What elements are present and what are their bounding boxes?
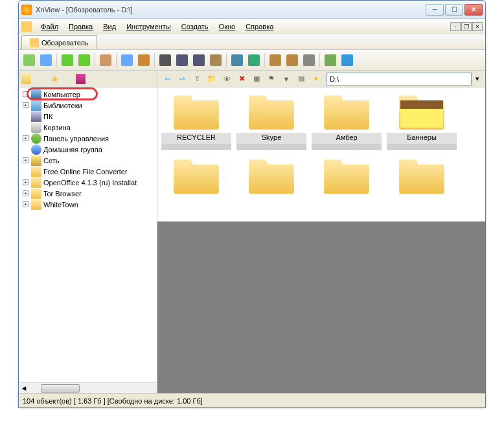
- folder-item[interactable]: [161, 155, 231, 197]
- info-button[interactable]: [339, 52, 355, 68]
- tree-tab-folders-icon[interactable]: [21, 73, 33, 85]
- menu-create[interactable]: Создать: [176, 21, 214, 32]
- minimize-button[interactable]: ─: [426, 4, 444, 16]
- tree-tab-categories-icon[interactable]: [76, 73, 87, 85]
- acquire-button[interactable]: [119, 52, 135, 68]
- folder-label: Баннеры: [387, 133, 457, 144]
- export-button[interactable]: [136, 52, 152, 68]
- reload-sub-button[interactable]: [76, 52, 92, 68]
- convert-icon: [100, 54, 111, 66]
- print-multi-button[interactable]: [191, 52, 207, 68]
- menu-window[interactable]: Окно: [214, 21, 241, 32]
- nav-delete-button[interactable]: ✖: [235, 73, 249, 86]
- tree-tab-favorites-icon[interactable]: ★: [49, 73, 60, 85]
- menu-tools[interactable]: Инструменты: [121, 21, 176, 32]
- scrollbar-thumb[interactable]: [41, 384, 80, 393]
- hex-icon: [303, 54, 315, 66]
- path-input[interactable]: D:\: [326, 73, 472, 86]
- nav-favorites-button[interactable]: ★: [309, 73, 323, 86]
- tree-expander[interactable]: +: [23, 102, 29, 108]
- folder-item[interactable]: Амбер: [312, 91, 382, 150]
- camera-button[interactable]: [229, 52, 245, 68]
- tree-item[interactable]: +Сеть: [19, 155, 157, 166]
- folder-item[interactable]: RECYCLER: [161, 91, 231, 150]
- folder-icon: [321, 155, 372, 196]
- reload-icon: [62, 54, 73, 66]
- tree-expander: [23, 124, 29, 130]
- menu-help[interactable]: Справка: [240, 21, 279, 32]
- hex-button[interactable]: [301, 52, 317, 68]
- clipboard-button[interactable]: [268, 52, 283, 68]
- tree-node-icon: [31, 177, 41, 188]
- nav-back-button[interactable]: ⇦: [160, 73, 174, 86]
- close-button[interactable]: ✕: [464, 4, 483, 16]
- tree-expander[interactable]: +: [23, 201, 29, 207]
- nav-layout-button[interactable]: ▤: [294, 73, 308, 86]
- nav-new-folder-button[interactable]: 📁: [205, 73, 219, 86]
- find-button[interactable]: [157, 52, 173, 68]
- nav-up-button[interactable]: ⇧: [190, 73, 204, 86]
- tree-item[interactable]: Корзина: [19, 122, 157, 133]
- settings-icon: [325, 54, 336, 66]
- tree-expander[interactable]: +: [23, 179, 29, 185]
- tree-node-label: Сеть: [43, 157, 59, 165]
- tree-item[interactable]: Free Online File Converter: [19, 166, 157, 177]
- tree-item[interactable]: Домашняя группа: [19, 144, 157, 155]
- tree-node-label: WhiteTown: [43, 201, 78, 209]
- folder-label: Амбер: [312, 133, 382, 144]
- tree-item[interactable]: +OpenOffice 4.1.3 (ru) Installat: [19, 177, 157, 188]
- open-button[interactable]: [21, 52, 37, 68]
- tree-node-icon: [31, 122, 41, 133]
- tree-node-label: Компьютер: [43, 91, 80, 98]
- folder-label: RECYCLER: [161, 133, 231, 144]
- import-button[interactable]: [284, 52, 300, 68]
- tree-expander[interactable]: +: [23, 190, 29, 196]
- nav-filter-button[interactable]: ▼: [279, 73, 293, 86]
- print-button[interactable]: [174, 52, 190, 68]
- nav-view-mode-button[interactable]: ▦: [249, 73, 264, 86]
- tree-horizontal-scrollbar[interactable]: ◄: [19, 382, 157, 393]
- menu-file[interactable]: Файл: [36, 21, 63, 32]
- tree-node-label: Домашняя группа: [43, 146, 102, 154]
- nav-sort-button[interactable]: ⚑: [264, 73, 279, 86]
- slideshow-button[interactable]: [38, 52, 54, 68]
- tree-item[interactable]: +Tor Browser: [19, 188, 157, 199]
- menu-view[interactable]: Вид: [98, 21, 121, 32]
- tree-expander[interactable]: -: [23, 91, 29, 97]
- tab-browser[interactable]: Обозреватель: [21, 35, 97, 49]
- folder-item[interactable]: [236, 155, 306, 197]
- mdi-minimize-button[interactable]: -: [450, 22, 461, 31]
- menu-edit[interactable]: Правка: [63, 21, 98, 32]
- print-multi-icon: [193, 54, 205, 66]
- folder-item[interactable]: Skype: [236, 91, 306, 150]
- multi-button[interactable]: [208, 52, 223, 68]
- folder-item[interactable]: [312, 155, 382, 197]
- tree-expander[interactable]: +: [23, 135, 29, 141]
- tree-item[interactable]: +Библиотеки: [19, 100, 157, 111]
- tree-item[interactable]: +WhiteTown: [19, 199, 157, 210]
- tree-node-icon: [31, 166, 41, 177]
- mdi-close-button[interactable]: ×: [472, 22, 483, 31]
- reload-button[interactable]: [60, 52, 75, 68]
- settings-button[interactable]: [323, 52, 338, 68]
- folder-item[interactable]: [387, 155, 457, 197]
- find-icon: [159, 54, 171, 66]
- web-button[interactable]: [246, 52, 262, 68]
- nav-show-button[interactable]: 👁: [220, 73, 234, 86]
- convert-button[interactable]: [98, 52, 113, 68]
- print-icon: [176, 54, 188, 66]
- tree-expander[interactable]: +: [23, 157, 29, 163]
- tree-item[interactable]: +Панель управления: [19, 133, 157, 144]
- tree-item[interactable]: ПК: [19, 111, 157, 122]
- path-dropdown-button[interactable]: ▾: [472, 74, 483, 83]
- nav-forward-button[interactable]: ⇨: [175, 73, 189, 86]
- folder-item[interactable]: Баннеры: [387, 91, 457, 150]
- tree-item[interactable]: -Компьютер: [19, 89, 157, 100]
- tree-node-icon: [31, 155, 41, 166]
- web-icon: [248, 54, 260, 66]
- tree-node-icon: [31, 133, 41, 144]
- mdi-restore-button[interactable]: ❐: [461, 22, 472, 31]
- maximize-button[interactable]: ☐: [445, 4, 463, 16]
- tree-body: -Компьютер+БиблиотекиПККорзина+Панель уп…: [19, 87, 157, 382]
- folder-icon: [396, 91, 447, 131]
